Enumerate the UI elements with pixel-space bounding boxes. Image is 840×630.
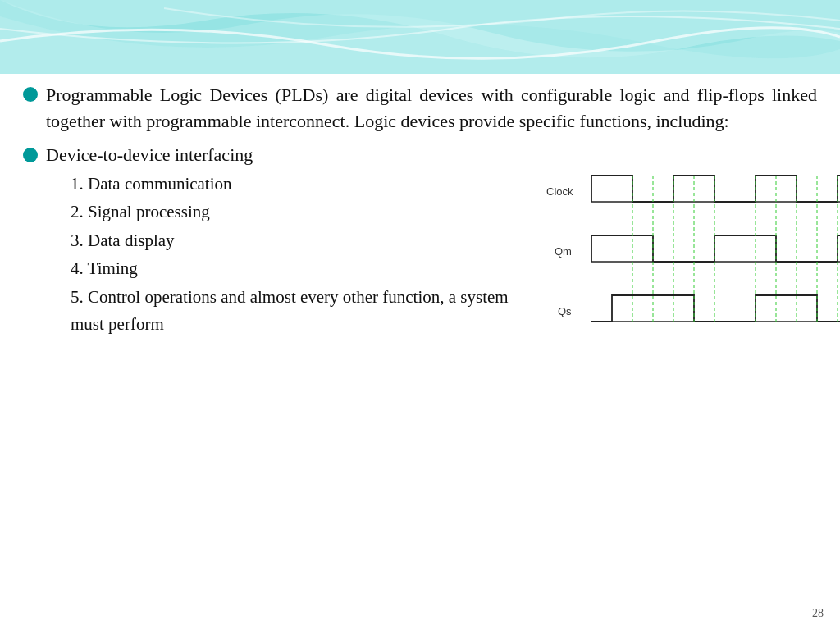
timing-diagram: Clock Qm Qs — [538, 153, 840, 361]
qm-label: Qm — [555, 245, 572, 258]
bullet-2: Device-to-device interfacing 1. Data com… — [23, 144, 817, 361]
main-content: Programmable Logic Devices (PLDs) are di… — [0, 74, 840, 605]
device-section: Device-to-device interfacing 1. Data com… — [46, 144, 817, 361]
list-item-4: 4. Timing — [71, 255, 522, 282]
list-item-1: 1. Data communication — [71, 171, 522, 198]
list-item-3: 3. Data display — [71, 227, 522, 254]
device-header-text: Device-to-device interfacing — [46, 144, 522, 166]
bullet-dot-1 — [23, 87, 38, 102]
list-item-2: 2. Signal processing — [71, 199, 522, 226]
list-item-5: 5. Control operations and almost every o… — [71, 284, 522, 337]
clock-label: Clock — [546, 185, 573, 198]
device-left: Device-to-device interfacing 1. Data com… — [46, 144, 522, 339]
qs-label: Qs — [558, 305, 572, 317]
bullet-1: Programmable Logic Devices (PLDs) are di… — [23, 82, 817, 135]
bullet-dot-2 — [23, 148, 38, 162]
header-wave — [0, 0, 840, 74]
bullet-1-text: Programmable Logic Devices (PLDs) are di… — [46, 82, 817, 135]
bullet-2-content: Device-to-device interfacing 1. Data com… — [46, 144, 817, 361]
page-number: 28 — [812, 607, 824, 620]
device-list: 1. Data communication 2. Signal processi… — [71, 171, 522, 337]
timing-svg: Clock Qm Qs — [546, 161, 840, 349]
